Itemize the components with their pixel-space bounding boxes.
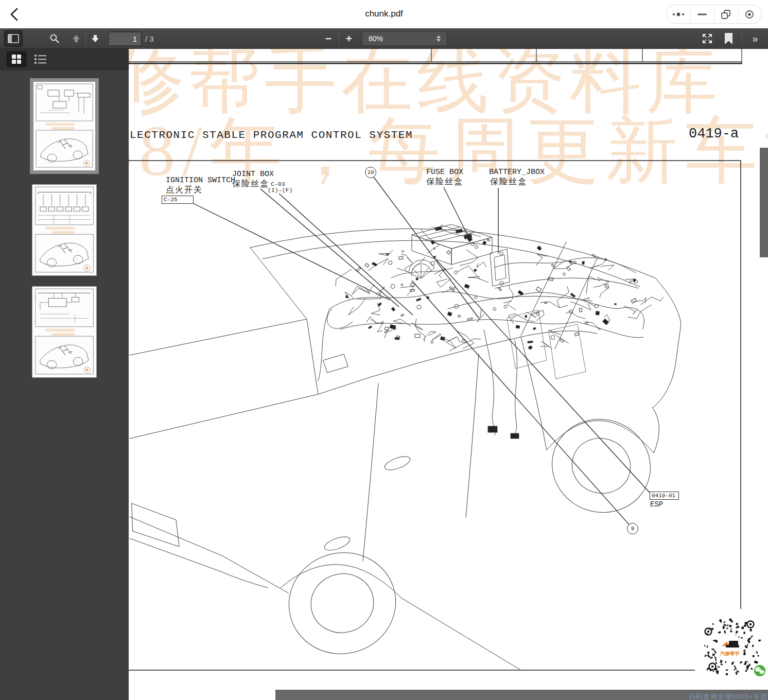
- vertical-scrollbar-thumb[interactable]: [760, 148, 768, 257]
- diagram-page-code: 0419-a: [689, 126, 739, 142]
- qr-logo-text: 汽修帮手: [720, 651, 740, 656]
- label-ignition-switch-en: IGNITION SWITCH: [166, 176, 235, 185]
- diagram-title: LECTRONIC STABLE PROGRAM CONTROL SYSTEM: [130, 129, 413, 141]
- page-thumbnail-1[interactable]: [30, 78, 99, 174]
- qr-caption: 扫码查询全球5000+车型: [689, 692, 768, 700]
- toolbar-divider: [85, 32, 86, 45]
- system-control-pill: [666, 5, 762, 24]
- drawing-frame: [129, 161, 741, 670]
- thumbnail-list: [0, 69, 129, 700]
- arrow-down-icon: [90, 33, 101, 44]
- component-code-0419-01: 0419-01: [650, 492, 679, 500]
- double-chevron-icon: »: [752, 33, 757, 45]
- label-battery-jbox-zh: 保险丝盒: [490, 177, 527, 187]
- pdf-page-viewport[interactable]: 汽修帮手在线资料库 68/年，每周更新车型: [129, 49, 768, 700]
- qr-code-image: 汽修帮手: [695, 609, 768, 690]
- callout-circle-10: 10: [365, 167, 376, 178]
- label-joint-box-en: JOINT BOX: [232, 170, 274, 179]
- more-options-icon: [671, 12, 686, 17]
- zoom-in-glyph: +: [346, 32, 352, 45]
- minimize-button[interactable]: [690, 5, 713, 23]
- next-page-button[interactable]: [88, 28, 102, 49]
- zoom-out-button[interactable]: −: [320, 28, 337, 49]
- page-thumbnail-2[interactable]: [32, 184, 97, 276]
- toolbar-divider: [339, 32, 339, 45]
- outline-list-icon: [34, 54, 47, 64]
- previous-page-button[interactable]: [69, 28, 83, 49]
- zoom-out-glyph: −: [325, 32, 331, 45]
- label-fuse-box-zh: 保险丝盒: [426, 177, 463, 187]
- tab-thumbnails[interactable]: [7, 51, 26, 67]
- qr-overlay: 汽修帮手: [695, 609, 768, 690]
- label-ignition-switch-zh: 点火开关: [166, 185, 203, 196]
- label-joint-box-zh: 保险丝盒: [232, 179, 269, 189]
- sidebar-toggle-icon: [8, 34, 19, 43]
- vehicle-outline: [130, 229, 681, 670]
- pdf-toolbar: / 3 − + 80% »: [0, 28, 768, 49]
- bookmark-button[interactable]: [721, 28, 736, 49]
- label-esp: ESP: [650, 500, 663, 509]
- search-button[interactable]: [47, 28, 62, 49]
- document-title: chunk.pdf: [0, 9, 768, 19]
- connector-code-c03-suffix: (I)-(F): [268, 187, 292, 194]
- record-icon: [745, 10, 754, 19]
- zoom-level-select[interactable]: 80%: [362, 31, 447, 46]
- search-icon: [49, 33, 60, 44]
- zoom-in-button[interactable]: +: [341, 28, 357, 49]
- thumbnail-preview: [33, 82, 95, 170]
- fullscreen-icon: [702, 33, 713, 44]
- page-number-input[interactable]: [108, 31, 142, 46]
- label-fuse-box-en: FUSE BOX: [426, 168, 463, 177]
- more-options-button[interactable]: [667, 5, 690, 23]
- thumbnail-preview: [32, 287, 96, 377]
- connector-code-c25: C-25: [162, 196, 194, 204]
- page-count-label: / 3: [145, 34, 154, 43]
- bookmark-icon: [725, 33, 732, 44]
- more-tools-button[interactable]: »: [745, 28, 764, 49]
- presentation-mode-button[interactable]: [699, 28, 715, 49]
- wiring-diagram-drawing: [129, 49, 768, 700]
- multi-window-icon: [721, 10, 730, 19]
- thumbnails-grid-icon: [11, 54, 22, 64]
- toolbar-divider: [742, 32, 742, 45]
- thumbnail-sidebar: [0, 49, 129, 700]
- minimize-icon: [697, 13, 707, 15]
- sidebar-tabs: [0, 49, 129, 69]
- sidebar-toggle-button[interactable]: [4, 30, 23, 47]
- titlebar: chunk.pdf: [0, 0, 768, 28]
- thumbnail-preview: [32, 185, 96, 275]
- callout-circle-9: 9: [627, 523, 638, 534]
- page-thumbnail-3[interactable]: [32, 286, 97, 378]
- wiring-harness: [318, 224, 664, 439]
- arrow-up-icon: [71, 33, 82, 44]
- leader-lines: [193, 177, 650, 524]
- wechat-icon: [754, 665, 765, 676]
- record-button[interactable]: [738, 5, 761, 23]
- multi-window-button[interactable]: [714, 5, 738, 23]
- tab-outline[interactable]: [32, 53, 49, 65]
- label-battery-jbox-en: BATTERY_JBOX: [489, 168, 545, 177]
- select-spinner-icon: [437, 36, 441, 42]
- zoom-level-value: 80%: [369, 34, 383, 43]
